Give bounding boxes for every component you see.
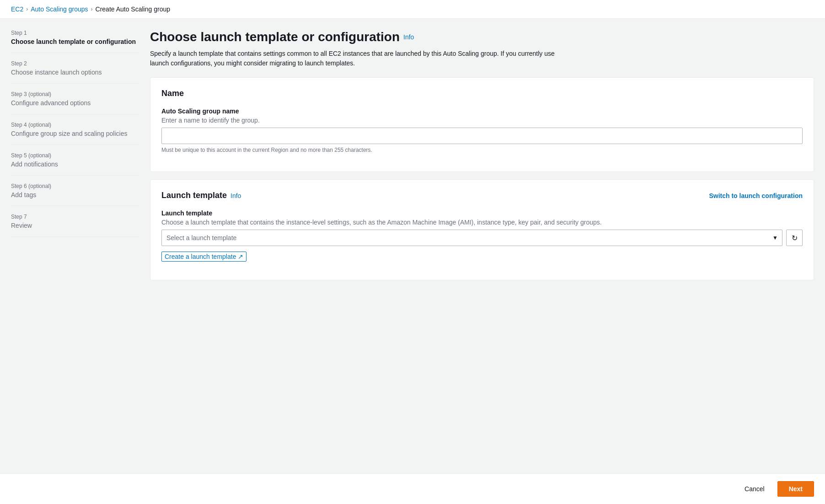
step-2-title: Choose instance launch options	[11, 69, 139, 76]
step-6-title: Add tags	[11, 191, 139, 198]
sidebar-step-5: Step 5 (optional) Add notifications	[11, 145, 139, 176]
launch-template-description: Choose a launch template that contains t…	[161, 219, 803, 226]
step-4-title: Configure group size and scaling policie…	[11, 130, 139, 137]
next-button[interactable]: Next	[777, 481, 814, 497]
page-title-info-link[interactable]: Info	[403, 33, 414, 41]
asg-name-field-group: Auto Scaling group name Enter a name to …	[161, 107, 803, 153]
step-3-title: Configure advanced options	[11, 99, 139, 107]
launch-template-card-header: Launch template Info Switch to launch co…	[161, 191, 803, 200]
breadcrumb: EC2 › Auto Scaling groups › Create Auto …	[0, 0, 825, 19]
step-5-number: Step 5 (optional)	[11, 152, 139, 159]
footer-bar: Cancel Next	[0, 473, 825, 504]
step-1-title: Choose launch template or configuration	[11, 38, 139, 45]
launch-template-select[interactable]: Select a launch template	[161, 230, 782, 246]
breadcrumb-sep-1: ›	[26, 6, 28, 12]
step-7-title: Review	[11, 222, 139, 229]
launch-template-card: Launch template Info Switch to launch co…	[150, 179, 814, 280]
name-card-title: Name	[161, 89, 803, 98]
cancel-button[interactable]: Cancel	[737, 482, 772, 496]
step-6-number: Step 6 (optional)	[11, 183, 139, 189]
breadcrumb-current: Create Auto Scaling group	[96, 5, 170, 13]
asg-name-input[interactable]	[161, 128, 803, 144]
launch-template-dropdown-row: Select a launch template ▼ ↻	[161, 230, 803, 246]
step-3-number: Step 3 (optional)	[11, 91, 139, 97]
step-2-number: Step 2	[11, 60, 139, 67]
sidebar-step-7: Step 7 Review	[11, 206, 139, 237]
external-link-icon: ↗	[238, 253, 243, 260]
asg-name-label: Auto Scaling group name	[161, 107, 803, 115]
launch-template-label: Launch template	[161, 209, 803, 217]
breadcrumb-ec2[interactable]: EC2	[11, 5, 23, 13]
step-7-number: Step 7	[11, 214, 139, 220]
sidebar-step-3: Step 3 (optional) Configure advanced opt…	[11, 84, 139, 114]
create-launch-template-link[interactable]: Create a launch template ↗	[161, 252, 246, 262]
launch-template-card-title: Launch template Info	[161, 191, 241, 200]
sidebar-step-2: Step 2 Choose instance launch options	[11, 53, 139, 84]
content-area: Choose launch template or configuration …	[150, 30, 814, 462]
page-title: Choose launch template or configuration …	[150, 30, 814, 44]
breadcrumb-sep-2: ›	[91, 6, 93, 12]
step-5-title: Add notifications	[11, 161, 139, 168]
launch-template-info-link[interactable]: Info	[230, 192, 241, 199]
page-description: Specify a launch template that contains …	[150, 49, 562, 68]
launch-template-select-wrapper: Select a launch template ▼	[161, 230, 782, 246]
main-layout: Step 1 Choose launch template or configu…	[0, 19, 825, 473]
sidebar-step-4: Step 4 (optional) Configure group size a…	[11, 114, 139, 145]
refresh-icon: ↻	[792, 234, 798, 242]
breadcrumb-auto-scaling[interactable]: Auto Scaling groups	[31, 5, 88, 13]
refresh-button[interactable]: ↻	[786, 230, 803, 246]
page-header: Choose launch template or configuration …	[150, 30, 814, 68]
switch-to-launch-config-link[interactable]: Switch to launch configuration	[709, 192, 803, 199]
page-wrapper: EC2 › Auto Scaling groups › Create Auto …	[0, 0, 825, 504]
name-card: Name Auto Scaling group name Enter a nam…	[150, 77, 814, 172]
sidebar-step-1: Step 1 Choose launch template or configu…	[11, 30, 139, 53]
sidebar-step-6: Step 6 (optional) Add tags	[11, 176, 139, 206]
asg-name-description: Enter a name to identify the group.	[161, 117, 803, 124]
asg-name-hint: Must be unique to this account in the cu…	[161, 147, 803, 153]
step-1-number: Step 1	[11, 30, 139, 36]
step-4-number: Step 4 (optional)	[11, 122, 139, 128]
launch-template-field-group: Launch template Choose a launch template…	[161, 209, 803, 262]
sidebar: Step 1 Choose launch template or configu…	[11, 30, 139, 462]
